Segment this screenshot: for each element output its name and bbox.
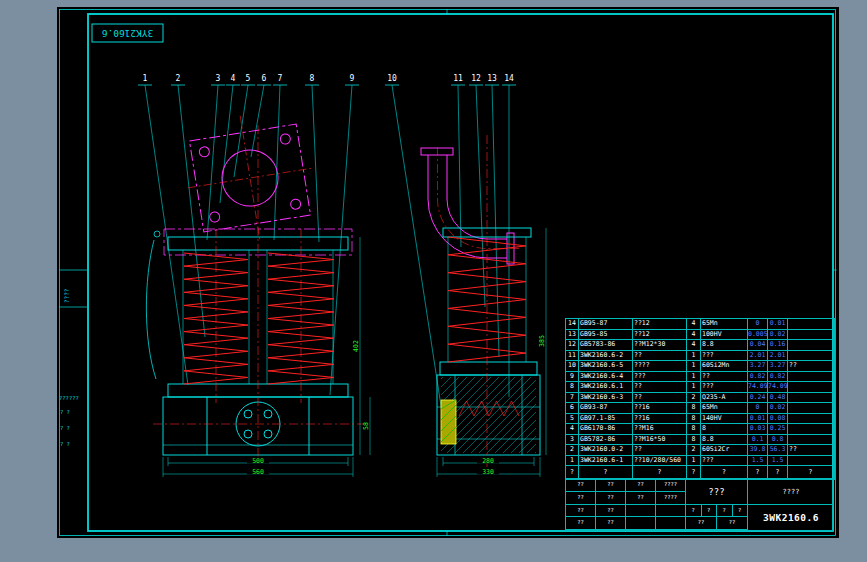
bom-cell-name: ??M16*50 — [633, 435, 687, 446]
bom-cell-unit-weight: 2.01 — [748, 351, 768, 362]
bom-cell-code: 3WK2160.0-2 — [579, 445, 633, 456]
bom-cell-material: 8.8 — [701, 340, 748, 351]
bom-cell-remark — [788, 382, 834, 393]
bom-cell-no: 4 — [566, 424, 579, 435]
leader-line — [458, 85, 461, 247]
bom-cell-unit-weight: 0.04 — [748, 340, 768, 351]
bom-cell-qty: 8 — [687, 403, 701, 414]
bom-cell-no: 3 — [566, 435, 579, 446]
bom-cell-remark — [788, 414, 834, 425]
title-block-cell: ?? — [596, 492, 626, 505]
balloon-8: 8 — [310, 74, 315, 83]
corner-label-box: 3YK2160.6 — [92, 24, 163, 42]
inlet-pipe-phantom — [421, 148, 514, 264]
title-block-cell: ? — [686, 505, 702, 517]
centerlines — [153, 125, 519, 473]
bom-cell-code: GB93-87 — [579, 403, 633, 414]
title-block-cell: ? — [733, 505, 749, 517]
title-block-cell — [656, 517, 686, 530]
bom-cell-no: 6 — [566, 403, 579, 414]
bom-cell-material: 60Si2Cr — [701, 445, 748, 456]
bom-cell-qty: 8 — [687, 414, 701, 425]
balloon-11: 11 — [453, 74, 463, 83]
bom-cell-total-weight: 74.09 — [768, 382, 788, 393]
title-block-cell — [626, 505, 656, 518]
bom-cell-material: 140HV — [701, 414, 748, 425]
bom-cell-material: Q235-A — [701, 393, 748, 404]
bom-cell-total-weight: 0.02 — [768, 330, 788, 341]
bom-cell-no: 11 — [566, 351, 579, 362]
bom-cell-code: 3WK2160.6-5 — [579, 361, 633, 372]
drawing-mark: ???? — [748, 479, 834, 505]
title-block-cell: ?? — [596, 517, 626, 530]
title-block-revision-grid: ???????????????????????????? — [566, 479, 686, 530]
leader-line — [476, 85, 485, 307]
title-block: ???????????????????????????? ??? ???? ??… — [565, 478, 833, 531]
bom-cell-total-weight: 0.08 — [768, 414, 788, 425]
balloon-13: 13 — [487, 74, 497, 83]
bom-cell-name: ?? — [633, 445, 687, 456]
rubber-pad-detail — [441, 400, 456, 444]
bom-cell-no: 9 — [566, 372, 579, 383]
bom-cell-name: ??? — [633, 372, 687, 383]
bom-cell-code: 3WK2160.6-4 — [579, 372, 633, 383]
balloon-callouts: 1234567891011121314 — [138, 74, 516, 419]
bom-cell-material: ??? — [701, 382, 748, 393]
title-block-cell: ? — [717, 505, 733, 517]
bom-cell-no: 5 — [566, 414, 579, 425]
title-block-cell: ???? — [656, 479, 686, 492]
dim-rv-outer: 330 — [482, 468, 494, 476]
bom-cell-material: 100HV — [701, 330, 748, 341]
bom-cell-total-weight: 0.25 — [768, 424, 788, 435]
drawing-sheet[interactable]: 3YK2160.6 1234567891011121314 — [57, 7, 839, 538]
leader-line — [145, 85, 188, 385]
bom-cell-no: 10 — [566, 361, 579, 372]
margin-sign-cell: ? ? — [60, 409, 70, 415]
balloon-9: 9 — [350, 74, 355, 83]
dim-lv-outer: 560 — [252, 468, 264, 476]
bom-cell-material: ?? — [701, 372, 748, 383]
bom-cell-material: 8 — [701, 424, 748, 435]
dim-rv-inner: 280 — [482, 457, 494, 465]
bom-cell-code: GB95-87 — [579, 319, 633, 330]
bom-cell-qty: 4 — [687, 319, 701, 330]
bom-cell-total-weight: 0.8 — [768, 435, 788, 446]
bom-cell-name: ??M16 — [633, 424, 687, 435]
bom-cell-no: 13 — [566, 330, 579, 341]
bom-cell-name: ?? — [633, 382, 687, 393]
bom-cell-unit-weight: 0.01 — [748, 414, 768, 425]
balloon-10: 10 — [387, 74, 397, 83]
bom-cell-qty: 1 — [687, 382, 701, 393]
title-block-cell: ?? — [566, 492, 596, 505]
bom-table: 14GB95-87??12465Mn00.0113GB95-85??124100… — [565, 318, 835, 480]
bom-cell-qty: 1 — [687, 372, 701, 383]
bom-cell-material: 65Mn — [701, 319, 748, 330]
bom-cell-no: 2 — [566, 445, 579, 456]
title-block-cell — [656, 505, 686, 518]
leader-line — [207, 85, 218, 240]
leader-line — [234, 85, 248, 177]
bom-cell-name: ??12 — [633, 319, 687, 330]
bom-cell-material: 60Si2Mn — [701, 361, 748, 372]
bom-cell-name: ??12 — [633, 330, 687, 341]
margin-sign-cell: ? ? — [60, 425, 70, 431]
bom-cell-qty: 1 — [687, 456, 701, 467]
bom-cell-no: 14 — [566, 319, 579, 330]
bom-cell-unit-weight: 0.82 — [748, 372, 768, 383]
bom-cell-total-weight: 1.5 — [768, 456, 788, 467]
leader-line — [392, 85, 443, 419]
bom-cell-name: ?? — [633, 393, 687, 404]
bom-cell-material: ??? — [701, 456, 748, 467]
bom-cell-remark — [788, 351, 834, 362]
bom-cell-qty: 2 — [687, 445, 701, 456]
drawing-number: 3WK2160.6 — [748, 505, 834, 530]
bom-cell-total-weight: 2.01 — [768, 351, 788, 362]
dim-lv-inner: 500 — [252, 457, 264, 465]
balloon-2: 2 — [176, 74, 181, 83]
bom-cell-remark — [788, 330, 834, 341]
balloon-14: 14 — [504, 74, 514, 83]
title-block-cell — [626, 517, 656, 530]
title-block-cell: ?? — [566, 517, 596, 530]
title-block-cell: ???? — [656, 492, 686, 505]
bom-cell-total-weight: 56.3 — [768, 445, 788, 456]
